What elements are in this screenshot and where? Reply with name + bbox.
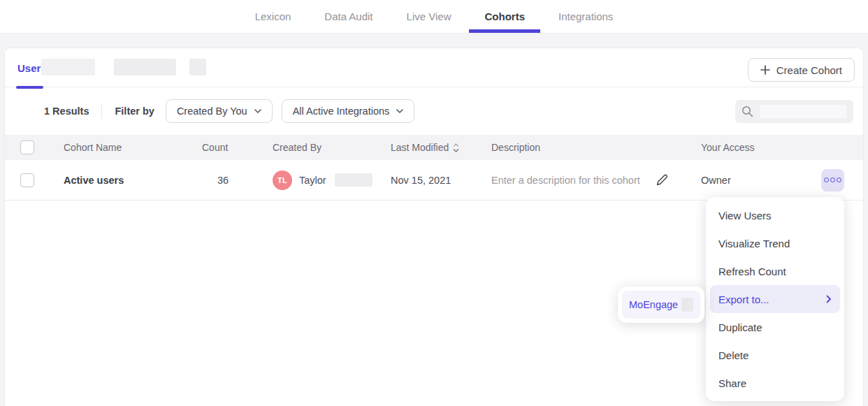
cohort-name-link[interactable]: Active users xyxy=(64,175,202,186)
created-by-cell: TL Taylor xyxy=(273,171,391,190)
description-placeholder[interactable]: Enter a description for this cohort xyxy=(491,175,640,186)
redacted-tab-placeholder xyxy=(189,59,206,75)
menu-item-visualize-trend[interactable]: Visualize Trend xyxy=(710,229,840,257)
menu-item-refresh-count[interactable]: Refresh Count xyxy=(710,257,840,285)
export-to-label: Export to... xyxy=(718,293,769,305)
creator-name: Taylor xyxy=(299,175,326,186)
cohort-context-menu: View Users Visualize Trend Refresh Count… xyxy=(706,197,844,401)
menu-item-export-to[interactable]: Export to... xyxy=(710,285,840,313)
menu-item-delete[interactable]: Delete xyxy=(710,341,840,369)
create-cohort-button[interactable]: Create Cohort xyxy=(748,58,855,82)
menu-item-share[interactable]: Share xyxy=(710,369,840,397)
export-submenu: MoEngage xyxy=(618,287,704,323)
chevron-down-icon xyxy=(254,109,261,114)
column-description[interactable]: Description xyxy=(491,142,701,153)
submenu-item-moengage[interactable]: MoEngage xyxy=(622,291,700,319)
created-by-filter-label: Created By You xyxy=(177,106,247,117)
create-cohort-label: Create Cohort xyxy=(776,64,842,76)
table-header: Cohort Name Count Created By Last Modifi… xyxy=(5,135,863,160)
tab-integrations[interactable]: Integrations xyxy=(558,0,613,33)
chevron-down-icon xyxy=(396,109,403,114)
column-cohort-name[interactable]: Cohort Name xyxy=(64,142,202,153)
column-last-modified[interactable]: Last Modified xyxy=(391,142,491,153)
more-options-button[interactable] xyxy=(821,169,844,191)
plus-icon xyxy=(760,65,770,75)
tab-user[interactable]: User xyxy=(17,48,41,87)
filter-bar: 1 Results Filter by Created By You All A… xyxy=(5,87,863,135)
results-count: 1 Results xyxy=(44,106,89,117)
divider xyxy=(101,103,102,119)
row-checkbox[interactable] xyxy=(20,173,34,187)
cohort-count: 36 xyxy=(202,175,273,186)
sort-icon xyxy=(453,143,459,152)
redacted-tab-placeholder xyxy=(114,59,176,75)
top-navigation: Lexicon Data Audit Live View Cohorts Int… xyxy=(0,0,868,34)
search-input[interactable] xyxy=(735,100,853,123)
integrations-filter-label: All Active Integrations xyxy=(293,106,390,117)
more-dots-icon xyxy=(824,177,829,182)
tab-cohorts[interactable]: Cohorts xyxy=(484,0,525,33)
filter-by-label: Filter by xyxy=(115,106,154,117)
chevron-right-icon xyxy=(826,295,832,303)
avatar: TL xyxy=(273,171,292,190)
table-row: Active users 36 TL Taylor Nov 15, 2021 E… xyxy=(5,160,863,201)
tab-live-view[interactable]: Live View xyxy=(407,0,451,33)
redacted-search-text xyxy=(760,105,846,118)
column-count[interactable]: Count xyxy=(202,142,273,153)
menu-item-view-users[interactable]: View Users xyxy=(710,201,840,229)
description-cell: Enter a description for this cohort xyxy=(491,174,701,186)
integrations-filter-dropdown[interactable]: All Active Integrations xyxy=(282,99,415,123)
redacted-submenu-text xyxy=(681,298,693,312)
access-value: Owner xyxy=(701,175,731,186)
select-all-checkbox[interactable] xyxy=(20,140,34,154)
tab-data-audit[interactable]: Data Audit xyxy=(324,0,372,33)
last-modified-cell: Nov 15, 2021 xyxy=(391,175,491,186)
menu-item-duplicate[interactable]: Duplicate xyxy=(710,313,840,341)
your-access-cell: Owner xyxy=(701,169,863,191)
column-created-by[interactable]: Created By xyxy=(273,142,391,153)
redacted-creator-name xyxy=(335,173,372,187)
tab-lexicon[interactable]: Lexicon xyxy=(255,0,291,33)
column-your-access[interactable]: Your Access xyxy=(701,142,863,153)
created-by-filter-dropdown[interactable]: Created By You xyxy=(166,99,273,123)
redacted-tab-placeholder xyxy=(41,59,95,75)
edit-description-pencil-icon[interactable] xyxy=(656,174,667,186)
search-icon xyxy=(742,106,753,117)
panel-header: User Create Cohort xyxy=(5,48,863,87)
moengage-label: MoEngage xyxy=(629,299,678,310)
column-last-modified-label: Last Modified xyxy=(391,142,449,153)
